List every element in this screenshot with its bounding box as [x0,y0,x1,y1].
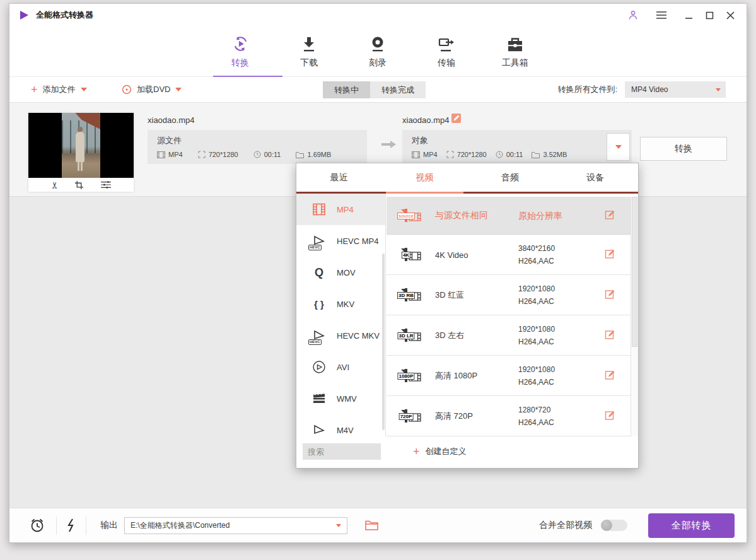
clapperboard-icon [310,390,328,407]
tab-toolbox[interactable]: 工具箱 [490,34,540,69]
preset-row-4k[interactable]: 4K 4K Video 3840*2160H264,AAC [387,235,632,275]
app-window: 全能格式转换器 [9,3,747,543]
rename-edit-icon[interactable] [451,113,462,126]
video-thumbnail[interactable] [28,113,134,178]
video-thumbnail-card: ✂ [28,113,134,192]
title-bar: 全能格式转换器 [9,4,747,26]
preset-edit-icon[interactable] [605,288,615,301]
format-search-input[interactable] [303,443,381,460]
tab-burn[interactable]: 刻录 [352,34,403,69]
720p-doc-icon: 720P [405,409,407,423]
circle-play-icon [310,359,328,375]
add-file-label: 添加文件 [43,84,76,95]
tab-transfer-label: 传输 [438,57,455,69]
load-dvd-button[interactable]: 加载DVD [122,77,182,102]
transfer-icon [438,34,455,53]
crop-icon[interactable] [74,180,84,190]
target-info-panel: 对象 MP4 720*1280 00:11 3.52MB [402,130,632,164]
popup-tab-video[interactable]: 视频 [382,163,468,192]
merge-videos-group: 合并全部视频 [539,508,627,542]
preset-list-scrollbar[interactable] [631,197,638,436]
format-item-hevc-mkv[interactable]: HEVC HEVC MKV [296,320,385,351]
tab-converting[interactable]: 转换中 [323,81,370,98]
create-custom-button[interactable]: + 创建自定义 [413,443,467,460]
sidebar-scrollbar[interactable] [382,254,385,430]
output-label: 输出 [100,520,118,531]
tab-finished[interactable]: 转换完成 [370,81,426,98]
format-select-popup: 最近 视频 音频 设备 MP4 HEVC HEVC MP4 [296,163,639,469]
source-duration: 00:11 [253,151,281,158]
preset-row-3d-lr[interactable]: 3D LR 3D 左右 1920*1080H264,AAC [387,315,632,356]
format-item-hevc-mp4[interactable]: HEVC HEVC MP4 [296,225,385,257]
preset-edit-icon[interactable] [605,409,615,423]
tab-toolbox-label: 工具箱 [502,57,528,69]
popup-tabs: 最近 视频 音频 设备 [296,163,638,194]
effects-icon[interactable] [100,180,112,189]
output-path-caret-icon [336,524,341,527]
toolbox-icon [506,34,524,53]
convert-button[interactable]: 转换 [640,137,727,161]
format-item-wmv[interactable]: WMV [296,383,385,414]
output-path-select[interactable]: E:\全能格式转换器\Converted [124,517,347,534]
plus-icon: + [31,84,38,95]
scrollbar-thumb[interactable] [632,197,637,347]
account-icon[interactable] [625,8,641,23]
merge-toggle[interactable] [601,520,627,531]
format-item-avi[interactable]: AVI [296,351,385,383]
format-dropdown-button[interactable] [607,133,630,161]
format-item-m4v[interactable]: M4V [296,414,385,436]
close-icon[interactable] [723,8,738,23]
preset-edit-icon[interactable] [605,369,615,382]
source-doc-icon: source [405,209,407,222]
source-panel-title: 源文件 [157,135,367,146]
footer-bar: 输出 E:\全能格式转换器\Converted 合并全部视频 全部转换 [9,508,747,542]
trim-icon[interactable]: ✂ [50,180,59,190]
preset-row-720p[interactable]: 720P 高清 720P 1280*720H264,AAC [387,396,632,436]
tab-convert[interactable]: 转换 [215,34,265,69]
tab-download-label: 下载 [300,57,318,69]
preset-edit-icon[interactable] [605,209,615,222]
preset-row-1080p[interactable]: 1080P 高清 1080P 1920*1080H264,AAC [387,356,632,396]
menu-icon[interactable] [654,8,669,23]
arrow-right-icon [380,139,398,152]
load-dvd-label: 加载DVD [137,84,170,95]
play-outline-icon [310,422,328,436]
footer-divider [56,516,57,535]
braces-icon: { } [310,296,328,312]
1080p-doc-icon: 1080P [405,369,407,382]
clip-toolbar: ✂ [28,178,134,192]
format-item-mp4[interactable]: MP4 [296,194,385,225]
preset-edit-icon[interactable] [605,329,615,342]
maximize-icon[interactable] [702,8,717,23]
merge-label: 合并全部视频 [539,520,592,531]
dvd-icon [122,85,132,95]
convert-all-format-select[interactable]: MP4 Video [625,81,726,98]
film-icon [310,201,328,218]
tab-transfer[interactable]: 传输 [421,34,472,69]
convert-icon [231,34,250,53]
format-item-mkv[interactable]: { } MKV [296,288,385,320]
target-resolution: 720*1280 [446,151,487,158]
open-folder-icon[interactable] [365,520,378,531]
preset-row-3d-rb[interactable]: 3D RB 3D 红蓝 1920*1080H264,AAC [387,275,632,315]
popup-tab-device[interactable]: 设备 [553,163,639,192]
add-file-button[interactable]: + 添加文件 [31,77,87,102]
tab-download[interactable]: 下载 [284,34,334,69]
popup-tab-recent[interactable]: 最近 [296,163,382,192]
popup-tab-audio[interactable]: 音频 [467,163,553,192]
footer-divider [86,516,86,535]
download-icon [301,34,317,53]
preset-edit-icon[interactable] [605,248,615,261]
high-speed-icon[interactable] [65,518,76,533]
minimize-icon[interactable] [681,8,696,23]
format-item-mov[interactable]: Q MOV [296,257,385,288]
4k-doc-icon: 4K [405,248,407,261]
thumbnail-photo [62,113,100,178]
convert-all-format-value: MP4 Video [631,85,668,94]
preset-row-source[interactable]: source 与源文件相同 原始分辨率 [387,197,632,235]
tab-burn-label: 刻录 [369,57,387,69]
convert-all-files-group: 转换所有文件到: MP4 Video [557,77,726,102]
schedule-icon[interactable] [29,517,45,534]
add-file-caret-icon [81,88,87,91]
convert-all-button[interactable]: 全部转换 [648,513,735,538]
